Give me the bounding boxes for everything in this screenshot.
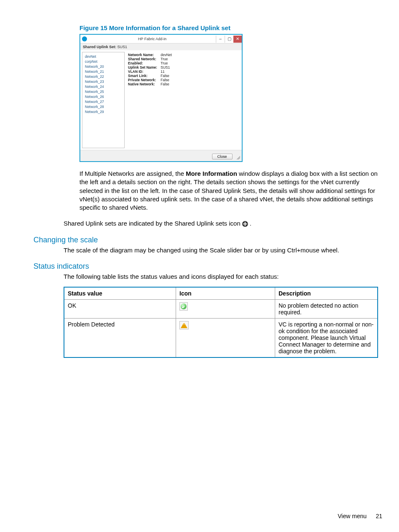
list-item[interactable]: Network_26 [82,94,124,99]
cell-icon [176,300,275,319]
page-footer: View menu 21 [338,513,382,519]
text: Shared Uplink sets are indicated by the … [64,220,242,227]
detail-row: Shared Network:True [128,57,240,61]
th-description: Description [275,287,378,300]
window-close-button[interactable]: ✕ [233,36,242,43]
dialog-window-title: HP Fabric Add-in [89,37,216,41]
cell-description: No problem detected no action required. [275,300,378,319]
dialog-subheader-label: Shared Uplink Set: [83,45,116,49]
window-minimize-button[interactable]: – [216,36,225,43]
list-item[interactable]: Network_25 [82,89,124,94]
list-item[interactable]: Network_22 [82,74,124,79]
detail-value: False [161,82,169,86]
detail-value: False [161,74,169,78]
list-item[interactable]: corpNet [82,59,124,64]
detail-label: Network Name: [128,53,161,57]
list-item[interactable]: Network_24 [82,84,124,89]
list-item[interactable]: Network_28 [82,104,124,109]
detail-label: Shared Network: [128,57,161,61]
detail-value: 11 [161,69,164,74]
paragraph-scale: The scale of the diagram may be changed … [64,246,382,254]
shared-uplink-sets-icon [242,221,248,227]
network-details: Network Name:devNetShared Network:TrueEn… [126,50,242,150]
ok-status-icon [179,302,188,311]
detail-value: True [161,61,168,65]
detail-value: False [161,78,169,82]
footer-section: View menu [338,513,367,519]
status-table: Status value Icon Description OKNo probl… [64,287,378,358]
list-item[interactable]: Network_27 [82,99,124,104]
table-row: Problem Detected!VC is reporting a non-n… [64,319,378,358]
detail-row: Private Network:False [128,78,240,82]
text: . [250,220,251,227]
close-button[interactable]: Close [212,154,233,159]
paragraph-status-intro: The following table lists the status val… [64,272,382,281]
detail-row: Native Network:False [128,82,240,86]
figure-caption: Figure 15 More Information for a Shared … [79,24,382,31]
list-item[interactable]: Network_23 [82,79,124,84]
window-maximize-button[interactable]: ▢ [225,36,233,43]
paragraph-shared-uplink-icon: Shared Uplink sets are indicated by the … [64,219,382,228]
problem-status-icon: ! [179,321,189,329]
detail-row: Network Name:devNet [128,53,240,57]
more-info-dialog: HP Fabric Add-in – ▢ ✕ Shared Uplink Set… [79,34,243,162]
footer-page-number: 21 [376,513,382,519]
detail-row: Enabled:True [128,61,240,65]
detail-row: VLAN ID:11 [128,69,240,74]
detail-value: devNet [161,53,172,57]
cell-status: OK [64,300,176,319]
detail-label: VLAN ID: [128,69,161,74]
detail-label: Native Network: [128,82,161,86]
network-list[interactable]: devNetcorpNetNetwork_20Network_21Network… [82,52,125,148]
resize-grip-icon[interactable] [236,155,240,159]
detail-label: Private Network: [128,78,161,82]
detail-label: Uplink Set Name: [128,65,161,69]
cell-description: VC is reporting a non-normal or non-ok c… [275,319,378,358]
dialog-footer: Close [80,150,242,161]
detail-label: Enabled: [128,61,161,65]
th-icon: Icon [176,287,275,300]
paragraph-more-info: If Multiple Networks are assigned, the M… [79,170,382,212]
list-item[interactable]: devNet [82,54,124,59]
list-item[interactable]: Network_21 [82,69,124,74]
th-status-value: Status value [64,287,176,300]
detail-label: Smart Link: [128,74,161,78]
detail-value: True [161,57,168,61]
dialog-titlebar: HP Fabric Add-in – ▢ ✕ [80,35,242,44]
detail-row: Uplink Set Name:SUS1 [128,65,240,69]
heading-status-indicators: Status indicators [33,262,382,271]
text-bold: More Information [186,170,237,177]
cell-icon: ! [176,319,275,358]
table-row: OKNo problem detected no action required… [64,300,378,319]
table-header-row: Status value Icon Description [64,287,378,300]
hp-logo-icon [82,36,87,41]
heading-changing-scale: Changing the scale [33,236,382,244]
text: If Multiple Networks are assigned, the [79,170,186,177]
dialog-subheader: Shared Uplink Set: SUS1 [80,44,242,50]
detail-value: SUS1 [161,65,170,69]
dialog-subheader-value: SUS1 [118,45,128,49]
list-item[interactable]: Network_29 [82,109,124,114]
list-item[interactable]: Network_20 [82,64,124,69]
cell-status: Problem Detected [64,319,176,358]
detail-row: Smart Link:False [128,74,240,78]
